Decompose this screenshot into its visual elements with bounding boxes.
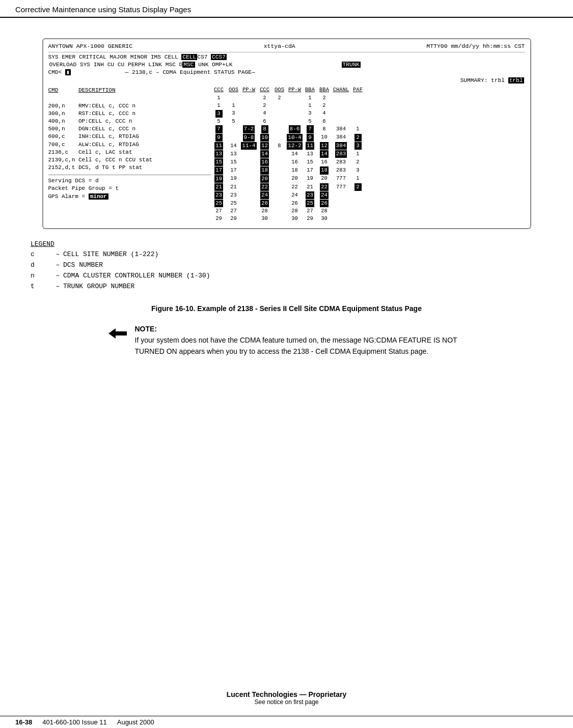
legend-item-d: d – DCS NUMBER (31, 260, 542, 271)
page-header: Corrective Maintenance using Status Disp… (0, 0, 573, 18)
legend-item-n: n – CDMA CLUSTER CONTROLLER NUMBER (1-30… (31, 271, 542, 282)
trunk-highlight: TRUNK (342, 62, 361, 68)
cmd-desc-col: CMD DESCRIPTION 200,n RMV:CELL c, CCC n … (48, 87, 211, 222)
page-doc: 401-660-100 Issue 11 (42, 718, 106, 726)
num-row-10: 19 19 20 20 19 20 777 1 (211, 175, 525, 183)
svg-marker-0 (108, 328, 127, 339)
terminal-title-mid: xttya-cdA (264, 42, 295, 50)
num-row-13: 25 25 26 26 25 26 (211, 200, 525, 207)
footer-brand: Lucent Technologies — Proprietary (0, 690, 573, 698)
footer: Lucent Technologies — Proprietary See no… (0, 690, 573, 706)
legend-item-c: c – CELL SITE NUMBER (1-222) (31, 249, 542, 260)
num-row-2: 3 3 4 3 4 (211, 110, 525, 118)
page-num-bar: 16-38 401-660-100 Issue 11 August 2000 (0, 716, 573, 728)
header-title: Corrective Maintenance using Status Disp… (15, 5, 191, 14)
num-row-15: 29 29 30 30 29 30 (211, 215, 525, 222)
cell-highlight: CELL (181, 54, 197, 60)
main-grid: CMD DESCRIPTION 200,n RMV:CELL c, CCC n … (48, 87, 525, 222)
terminal-title-left: ANYTOWN APX-1000 GENERIC (48, 42, 133, 50)
legend-title: LEGEND (31, 239, 542, 250)
note-section: NOTE: If your system does not have the C… (108, 323, 465, 357)
note-text: NOTE: If your system does not have the C… (135, 323, 465, 357)
page-date: August 2000 (117, 718, 154, 726)
num-row-3: 5 5 6 5 6 (211, 118, 525, 125)
num-row-8: 15 15 16 16 15 16 283 2 (211, 158, 525, 166)
note-arrow-icon (108, 324, 127, 343)
num-row-4: 7 7-2 8 8-6 7 8 384 1 (211, 125, 525, 133)
num-row-1: 1 1 2 1 2 (211, 102, 525, 109)
summary-row: SUMMARY: trbl trbl (48, 77, 525, 85)
terminal-title-row: ANYTOWN APX-1000 GENERIC xttya-cdA MTTY0… (48, 42, 525, 52)
gps-alarm-value: minor (89, 193, 108, 200)
trbl-highlight: trbl (508, 77, 524, 83)
cmd-cursor: ▮ (65, 69, 71, 75)
figure-caption: Figure 16-10. Example of 2138 - Series I… (144, 303, 429, 314)
page-number: 16-38 (15, 718, 32, 726)
num-row-5: 9 9-8 10 10-4 9 10 384 2 (211, 134, 525, 142)
num-row-14: 27 27 28 28 27 28 (211, 208, 525, 215)
terminal-box: ANYTOWN APX-1000 GENERIC xttya-cdA MTTY0… (42, 38, 531, 229)
number-grid: CCC OOS PP-W CCC OOS PP-W BBA BBA CHANL … (211, 87, 525, 222)
num-row-7: 13 13 14 14 13 14 283 1 (211, 150, 525, 158)
terminal-title-right: MTTY00 mm/dd/yy hh:mm:ss CST (426, 42, 525, 50)
legend-section: LEGEND c – CELL SITE NUMBER (1-222) d – … (31, 239, 542, 292)
cmd-row: CMD< ▮ — 2138,c – CDMA Equipment STATUS … (48, 69, 525, 76)
msc-highlight: MSC (182, 62, 195, 68)
ccs7-highlight: CCS7 (211, 54, 227, 60)
num-row-11: 21 21 22 22 21 22 777 2 (211, 183, 525, 191)
footer-sub: See notice on first page (0, 698, 573, 706)
num-row-12: 23 23 24 24 23 24 (211, 191, 525, 199)
note-icon (108, 324, 127, 346)
num-row-9: 17 17 18 18 17 18 283 3 (211, 166, 525, 174)
num-row-6: 11 14 11-4 12 8 12-2 11 12 384 3 (211, 142, 525, 150)
legend-item-t: t – TRUNK GROUP NUMBER (31, 282, 542, 292)
